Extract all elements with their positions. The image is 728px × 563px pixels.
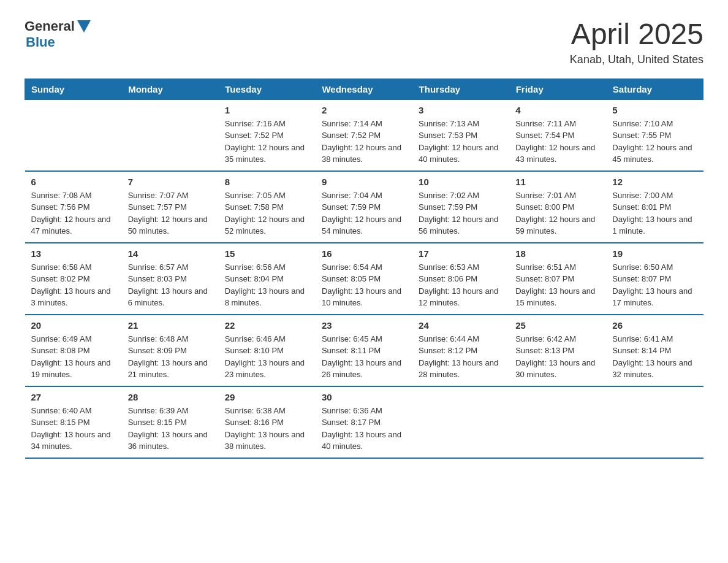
title-area: April 2025 Kanab, Utah, United States [570, 18, 703, 66]
day-number: 1 [225, 105, 309, 115]
day-cell: 14Sunrise: 6:57 AMSunset: 8:03 PMDayligh… [122, 243, 219, 315]
day-info: Sunrise: 7:11 AMSunset: 7:54 PMDaylight:… [515, 118, 600, 166]
day-info: Sunrise: 7:07 AMSunset: 7:57 PMDaylight:… [128, 190, 213, 237]
day-cell: 1Sunrise: 7:16 AMSunset: 7:52 PMDaylight… [219, 99, 316, 171]
day-number: 19 [612, 248, 697, 259]
location-subtitle: Kanab, Utah, United States [570, 53, 703, 66]
header-cell-friday: Friday [509, 79, 606, 99]
day-cell: 29Sunrise: 6:38 AMSunset: 8:16 PMDayligh… [219, 386, 316, 458]
day-number: 25 [515, 320, 600, 331]
day-info: Sunrise: 6:41 AMSunset: 8:14 PMDaylight:… [612, 333, 697, 381]
day-info: Sunrise: 6:58 AMSunset: 8:02 PMDaylight:… [31, 261, 116, 309]
day-cell: 7Sunrise: 7:07 AMSunset: 7:57 PMDaylight… [122, 171, 219, 243]
week-row-1: 1Sunrise: 7:16 AMSunset: 7:52 PMDaylight… [25, 99, 703, 171]
day-number: 23 [322, 320, 406, 331]
day-cell [25, 99, 122, 171]
day-info: Sunrise: 6:36 AMSunset: 8:17 PMDaylight:… [322, 405, 406, 453]
day-cell: 9Sunrise: 7:04 AMSunset: 7:59 PMDaylight… [316, 171, 412, 243]
header-cell-wednesday: Wednesday [316, 79, 412, 99]
day-info: Sunrise: 6:45 AMSunset: 8:11 PMDaylight:… [322, 333, 406, 381]
day-cell: 17Sunrise: 6:53 AMSunset: 8:06 PMDayligh… [412, 243, 509, 315]
day-cell: 21Sunrise: 6:48 AMSunset: 8:09 PMDayligh… [122, 315, 219, 386]
day-number: 3 [419, 105, 503, 115]
day-number: 4 [515, 105, 600, 115]
day-info: Sunrise: 6:39 AMSunset: 8:15 PMDaylight:… [128, 405, 213, 453]
header-cell-monday: Monday [122, 79, 219, 99]
header-cell-sunday: Sunday [25, 79, 122, 99]
day-info: Sunrise: 7:10 AMSunset: 7:55 PMDaylight:… [612, 118, 697, 166]
day-info: Sunrise: 7:01 AMSunset: 8:00 PMDaylight:… [515, 190, 600, 237]
day-cell: 8Sunrise: 7:05 AMSunset: 7:58 PMDaylight… [219, 171, 316, 243]
day-cell: 3Sunrise: 7:13 AMSunset: 7:53 PMDaylight… [412, 99, 509, 171]
day-cell: 2Sunrise: 7:14 AMSunset: 7:52 PMDaylight… [316, 99, 412, 171]
day-info: Sunrise: 7:00 AMSunset: 8:01 PMDaylight:… [612, 190, 697, 237]
day-number: 11 [515, 177, 600, 187]
day-cell: 11Sunrise: 7:01 AMSunset: 8:00 PMDayligh… [509, 171, 606, 243]
logo-blue: Blue [26, 34, 55, 50]
day-number: 17 [419, 248, 503, 259]
day-cell: 27Sunrise: 6:40 AMSunset: 8:15 PMDayligh… [25, 386, 122, 458]
day-cell: 6Sunrise: 7:08 AMSunset: 7:56 PMDaylight… [25, 171, 122, 243]
day-info: Sunrise: 7:05 AMSunset: 7:58 PMDaylight:… [225, 190, 309, 237]
calendar-body: 1Sunrise: 7:16 AMSunset: 7:52 PMDaylight… [25, 99, 703, 458]
day-number: 29 [225, 392, 309, 402]
month-year-title: April 2025 [570, 18, 703, 51]
day-cell: 18Sunrise: 6:51 AMSunset: 8:07 PMDayligh… [509, 243, 606, 315]
day-cell: 28Sunrise: 6:39 AMSunset: 8:15 PMDayligh… [122, 386, 219, 458]
day-info: Sunrise: 6:48 AMSunset: 8:09 PMDaylight:… [128, 333, 213, 381]
day-info: Sunrise: 6:50 AMSunset: 8:07 PMDaylight:… [612, 261, 697, 309]
day-number: 7 [128, 177, 213, 187]
page-header: General Blue April 2025 Kanab, Utah, Uni… [25, 18, 703, 66]
day-number: 13 [31, 248, 116, 259]
day-cell: 16Sunrise: 6:54 AMSunset: 8:05 PMDayligh… [316, 243, 412, 315]
day-info: Sunrise: 6:57 AMSunset: 8:03 PMDaylight:… [128, 261, 213, 309]
header-cell-thursday: Thursday [412, 79, 509, 99]
day-cell [606, 386, 703, 458]
day-number: 12 [612, 177, 697, 187]
day-info: Sunrise: 6:40 AMSunset: 8:15 PMDaylight:… [31, 405, 116, 453]
header-cell-tuesday: Tuesday [219, 79, 316, 99]
logo: General Blue [25, 18, 91, 50]
day-info: Sunrise: 6:38 AMSunset: 8:16 PMDaylight:… [225, 405, 309, 453]
day-cell: 30Sunrise: 6:36 AMSunset: 8:17 PMDayligh… [316, 386, 412, 458]
svg-marker-0 [77, 20, 91, 33]
week-row-5: 27Sunrise: 6:40 AMSunset: 8:15 PMDayligh… [25, 386, 703, 458]
day-cell: 20Sunrise: 6:49 AMSunset: 8:08 PMDayligh… [25, 315, 122, 386]
day-cell [122, 99, 219, 171]
day-number: 27 [31, 392, 116, 402]
day-number: 15 [225, 248, 309, 259]
day-cell: 15Sunrise: 6:56 AMSunset: 8:04 PMDayligh… [219, 243, 316, 315]
day-cell [509, 386, 606, 458]
header-cell-saturday: Saturday [606, 79, 703, 99]
day-cell: 25Sunrise: 6:42 AMSunset: 8:13 PMDayligh… [509, 315, 606, 386]
day-number: 8 [225, 177, 309, 187]
day-number: 21 [128, 320, 213, 331]
logo-triangle-icon [77, 20, 91, 33]
logo-general: General [25, 18, 75, 34]
day-cell: 22Sunrise: 6:46 AMSunset: 8:10 PMDayligh… [219, 315, 316, 386]
day-info: Sunrise: 6:56 AMSunset: 8:04 PMDaylight:… [225, 261, 309, 309]
day-cell: 12Sunrise: 7:00 AMSunset: 8:01 PMDayligh… [606, 171, 703, 243]
day-info: Sunrise: 6:53 AMSunset: 8:06 PMDaylight:… [419, 261, 503, 309]
day-number: 9 [322, 177, 406, 187]
day-info: Sunrise: 7:08 AMSunset: 7:56 PMDaylight:… [31, 190, 116, 237]
day-cell: 4Sunrise: 7:11 AMSunset: 7:54 PMDaylight… [509, 99, 606, 171]
day-number: 16 [322, 248, 406, 259]
day-info: Sunrise: 7:16 AMSunset: 7:52 PMDaylight:… [225, 118, 309, 166]
day-number: 28 [128, 392, 213, 402]
header-row: SundayMondayTuesdayWednesdayThursdayFrid… [25, 79, 703, 99]
day-cell: 5Sunrise: 7:10 AMSunset: 7:55 PMDaylight… [606, 99, 703, 171]
day-info: Sunrise: 6:42 AMSunset: 8:13 PMDaylight:… [515, 333, 600, 381]
day-number: 30 [322, 392, 406, 402]
calendar-table: SundayMondayTuesdayWednesdayThursdayFrid… [25, 79, 703, 459]
calendar-header: SundayMondayTuesdayWednesdayThursdayFrid… [25, 79, 703, 99]
day-cell: 24Sunrise: 6:44 AMSunset: 8:12 PMDayligh… [412, 315, 509, 386]
day-info: Sunrise: 7:04 AMSunset: 7:59 PMDaylight:… [322, 190, 406, 237]
day-info: Sunrise: 6:51 AMSunset: 8:07 PMDaylight:… [515, 261, 600, 309]
day-number: 22 [225, 320, 309, 331]
day-number: 10 [419, 177, 503, 187]
day-info: Sunrise: 7:14 AMSunset: 7:52 PMDaylight:… [322, 118, 406, 166]
week-row-4: 20Sunrise: 6:49 AMSunset: 8:08 PMDayligh… [25, 315, 703, 386]
day-number: 18 [515, 248, 600, 259]
day-cell: 19Sunrise: 6:50 AMSunset: 8:07 PMDayligh… [606, 243, 703, 315]
